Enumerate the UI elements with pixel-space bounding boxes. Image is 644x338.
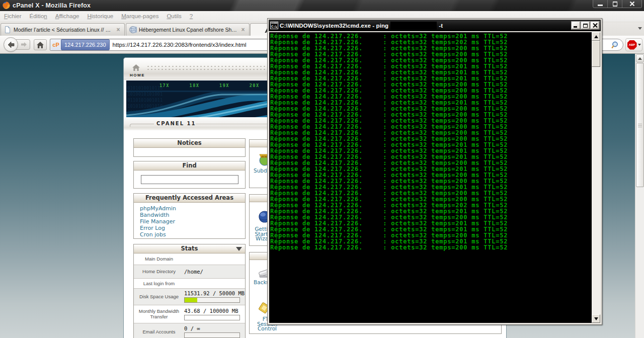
home-button[interactable] [34,39,47,50]
back-button[interactable] [4,37,18,52]
firefox-icon [2,1,11,10]
stats-value [184,254,245,265]
stats-label: Email Accounts [134,323,184,338]
link-error-log[interactable]: Error Log [140,225,245,231]
stats-value: 43.68 / 100000 MB [184,305,245,323]
list-all-tabs-icon[interactable] [638,27,642,30]
page-icon [4,26,12,34]
cmd-window[interactable]: C:\ C:\WINDOWS\system32\cmd.exe - ping -… [267,18,602,325]
redacted-ip-box [390,22,437,30]
scroll-up-icon[interactable] [636,54,644,62]
menu-fichier[interactable]: Fichier [0,11,26,19]
brand-line-left [130,124,154,127]
svg-text:1010010101001: 1010010101001 [127,92,163,97]
adblock-caret-icon [638,44,641,46]
stats-box: Stats Main DomainHome Directory/home/Las… [133,244,246,338]
scrollbar-grip [638,124,642,128]
scrollbar-thumb[interactable] [636,63,644,187]
cmd-scroll-down-icon[interactable] [592,314,600,323]
cmd-titlebar[interactable]: C:\ C:\WINDOWS\system32\cmd.exe - ping -… [269,20,601,31]
cpanel-home-icon[interactable] [132,64,140,71]
stats-value: 11531.92 / 50000 MB [184,288,245,305]
tab-hebergement[interactable]: Hébergement Linux Cpanel offshore Shin… … [126,23,250,36]
cpanel-brand: CPANEL 11 [156,121,196,126]
titlebar-texture [0,0,644,11]
notices-box: Notices [133,138,246,157]
stats-row: Home Directory/home/ [134,265,245,278]
cmd-close-button[interactable] [591,22,599,29]
cmd-close-icon [593,23,598,28]
home-icon [36,41,44,49]
stats-progress-bar [184,332,240,338]
menu-affichage[interactable]: Affichage [51,11,84,19]
link-cron-jobs[interactable]: Cron jobs [140,231,245,238]
cmd-scroll-up-icon[interactable] [592,32,600,41]
cmd-console[interactable]: Réponse de 124.217.226. : octets=32 temp… [269,32,600,323]
firefox-titlebar: cPanel X - Mozilla Firefox [0,0,644,11]
cpanel-favicon: cP [51,39,61,50]
frequently-accessed-box: Frequently Accessed Areas phpMyAdminBand… [133,193,246,239]
menu-dition[interactable]: Édition [26,11,51,19]
stats-progress-bar [184,297,240,303]
cmd-window-controls [572,22,600,29]
stats-collapse-icon[interactable] [236,247,242,251]
restore-button[interactable] [608,0,622,8]
stats-header: Stats [134,244,245,254]
stats-progress-bar [184,315,240,320]
stats-label: Main Domain [134,254,184,265]
stats-row: Last login from [134,278,245,288]
tab-close-icon[interactable]: × [115,26,122,33]
identity-domain: 124.217.226.230 [61,39,110,50]
find-header: Find [134,161,245,171]
link-phpmyadmin[interactable]: phpMyAdmin [140,205,245,212]
minimize-button[interactable] [593,0,608,8]
adblock-icon: ABP [627,40,637,50]
menu-marquepages[interactable]: Marque-pages [117,11,163,19]
stats-value: /home/ [184,265,245,278]
stats-row: Disk Space Usage11531.92 / 50000 MB [134,288,245,305]
tab-title: Hébergement Linux Cpanel offshore Shin… [139,27,237,33]
cmd-title: C:\WINDOWS\system32\cmd.exe - ping [280,23,388,29]
link-file-manager[interactable]: File Manager [140,218,245,225]
globe-icon [129,26,137,34]
stats-label: Disk Space Usage [134,288,184,305]
stats-label: Monthly Bandwidth Transfer [134,305,184,323]
tab-title: Modifier l’article < Sécurisation Linux … [14,27,113,33]
firefox-scrollbar[interactable] [635,54,644,338]
window-controls [593,0,642,8]
cmd-minimize-button[interactable] [572,22,580,29]
stats-value [184,278,245,288]
frequently-accessed-header: Frequently Accessed Areas [134,194,245,203]
svg-text:0110101001011: 0110101001011 [127,98,163,103]
site-identity[interactable]: cP 124.217.226.230 [51,39,110,50]
find-box: Find [133,161,246,189]
close-icon [629,1,635,7]
cmd-scrollbar[interactable] [592,32,600,323]
ping-output: Réponse de 124.217.226. : octets=32 temp… [270,33,508,250]
tab-modifier-article[interactable]: Modifier l’article < Sécurisation Linux … [1,23,125,36]
svg-text:0101010010110: 0101010010110 [127,86,163,91]
menu-historique[interactable]: Historique [83,11,117,19]
adblock-button[interactable]: ABP [625,38,642,51]
close-button[interactable] [622,0,641,8]
svg-text:C:\: C:\ [271,25,277,29]
cmd-title-suffix: -t [439,23,443,29]
back-icon [7,41,15,48]
frequently-accessed-links: phpMyAdminBandwidthFile ManagerError Log… [134,203,245,241]
window-title: cPanel X - Mozilla Firefox [13,2,91,9]
link-bandwidth[interactable]: Bandwidth [140,212,245,218]
tab-close-icon[interactable]: × [239,26,247,33]
stats-label: Last login from [134,278,184,288]
cpanel-home-label[interactable]: HOME [130,73,145,77]
cmd-maximize-button[interactable] [581,22,590,29]
cmd-icon: C:\ [270,22,278,29]
search-icon [611,41,620,49]
url-text: https://124.217.226.230:2083/frontend/x3… [113,42,247,48]
find-input[interactable] [141,175,238,184]
stats-label: Home Directory [134,265,184,278]
stats-row: Main Domain [134,254,245,265]
stats-row: Monthly Bandwidth Transfer43.68 / 100000… [134,305,245,323]
menu-?[interactable]: ? [186,11,197,19]
menu-outils[interactable]: Outils [163,11,185,19]
cmd-scrollbar-thumb[interactable] [592,41,600,67]
